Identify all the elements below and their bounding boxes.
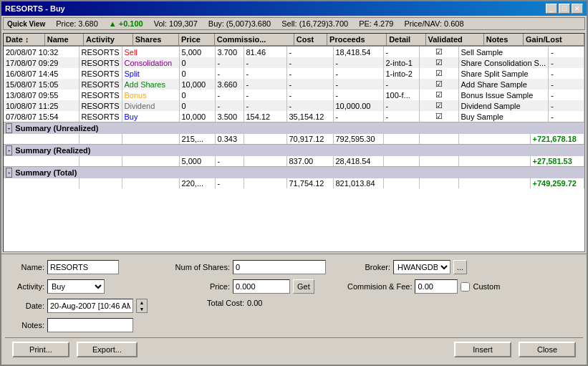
get-price-button[interactable]: Get [293,279,314,294]
maximize-button[interactable]: □ [559,4,570,14]
collapse-total-icon: - [6,168,12,178]
table-row[interactable]: 20/08/07 10:32 RESORTS Sell 5,000 3.700 … [4,47,584,57]
cell-cost: - [286,79,333,90]
cell-price: - [215,57,244,68]
cell-validated: ☑ [419,100,458,111]
broker-row: Broker: HWANGDB5 ... [347,260,500,274]
summary-realized-table: 5,000 - 837.00 28,418.54 +27,581.53 [4,156,584,166]
cell-commission: 154.12 [244,111,286,122]
summary-total-header[interactable]: - Summary (Total) [4,166,584,178]
left-actions: Print... Export... [12,342,138,357]
cell-activity: Split [122,68,179,79]
broker-label: Broker: [347,263,390,271]
date-spinner[interactable]: ▲ ▼ [136,299,148,313]
summary-unrealized-row: 215,... 0.343 70,917.12 792,595.30 +721,… [4,134,584,144]
cell-gainlost: - [549,47,584,57]
date-input[interactable] [47,299,133,313]
insert-button[interactable]: Insert [454,342,511,357]
minimize-button[interactable]: _ [546,4,557,14]
st-proceeds: 821,013.84 [333,178,383,188]
cell-activity: Dividend [122,100,179,111]
su-gainlost: +721,678.18 [530,134,584,144]
spin-up-icon[interactable]: ▲ [137,299,147,306]
cell-detail: - [383,100,419,111]
summary-unrealized-header[interactable]: - Summary (Unrealized) [4,122,584,134]
cell-commission: - [244,79,286,90]
st-gainlost: +749,259.72 [530,178,584,188]
cell-validated: ☑ [419,47,458,57]
col-notes: Notes [483,34,523,46]
window-controls: _ □ ✕ [546,4,583,14]
spin-down-icon[interactable]: ▼ [137,306,147,312]
cell-cost: - [286,57,333,68]
custom-checkbox[interactable] [461,282,470,292]
cell-commission: 81.46 [244,47,286,57]
commission-input[interactable] [415,279,458,294]
collapse-realized-icon: - [6,145,12,155]
notes-input[interactable] [47,318,133,332]
col-commission: Commissio... [214,34,294,46]
price-row: Price: Get [169,279,326,294]
table-row[interactable]: 16/08/07 14:45 RESORTS Split 0 - - - - 1… [4,68,584,79]
cell-commission: - [244,90,286,100]
cell-validated: ☑ [419,68,458,79]
export-button[interactable]: Export... [77,342,138,357]
table-row[interactable]: 07/08/07 15:54 RESORTS Buy 10,000 3.500 … [4,111,584,122]
close-window-button[interactable]: ✕ [572,4,583,14]
sell-value: (16,729)3.700 [299,19,349,28]
summary-total-label: Summary (Total) [15,168,77,177]
table-row[interactable]: 15/08/07 15:05 RESORTS Add Shares 10,000… [4,79,584,90]
table-scroll-area[interactable]: 20/08/07 10:32 RESORTS Sell 5,000 3.700 … [4,47,584,251]
summary-realized-row: 5,000 - 837.00 28,418.54 +27,581.53 [4,156,584,166]
sr-cost: 837.00 [286,156,333,166]
right-actions: Insert Close [454,342,576,357]
cell-shares: 5,000 [179,47,215,57]
summary-realized-header[interactable]: - Summary (Realized) [4,144,584,156]
col-proceeds: Proceeds [327,34,387,46]
table-row[interactable]: 10/08/07 11:25 RESORTS Dividend 0 - - - … [4,100,584,111]
cell-shares: 10,000 [179,79,215,90]
name-row: Name: [9,260,148,274]
nav-label: Price/NAV: [404,19,442,28]
activity-select[interactable]: Buy Sell Add Shares Bonus Dividend Split… [47,279,105,294]
pe-label: PE: [359,19,372,28]
date-row: Date: ▲ ▼ [9,299,148,313]
st-price: - [215,178,244,188]
cell-activity: Sell [122,47,179,57]
cell-name: RESORTS [79,111,122,122]
cell-date: 07/08/07 15:54 [4,111,79,122]
cell-cost: - [286,100,333,111]
cell-notes: Add Share Sample [458,79,549,90]
broker-select[interactable]: HWANGDB5 [393,260,450,274]
table-row[interactable]: 13/08/07 09:55 RESORTS Bonus 0 - - - - 1… [4,90,584,100]
cell-gainlost: - [549,79,584,90]
cell-gainlost: - [549,100,584,111]
transactions-table-area: Date ↕ Name Activity Shares Price Commis… [3,33,585,252]
num-shares-input[interactable] [233,260,326,274]
price-input[interactable] [233,279,290,294]
cell-gainlost: - [549,111,584,122]
sr-blank5 [383,156,419,166]
commission-row: Commision & Fee: Custom [347,279,500,294]
main-window: RESORTS - Buy _ □ ✕ Quick View Price: 3.… [0,0,588,366]
name-input[interactable] [47,260,119,274]
change-value: +0.100 [119,19,143,28]
sr-blank2 [79,156,122,166]
table-row[interactable]: 17/08/07 09:29 RESORTS Consolidation 0 -… [4,57,584,68]
volume-display: Vol: 109,307 [154,19,198,28]
close-button[interactable]: Close [519,342,576,357]
broker-browse-button[interactable]: ... [453,260,467,274]
col-date: Date ↕ [4,34,44,46]
cell-cost: - [286,90,333,100]
col-gainlost: Gain/Lost [524,34,584,46]
cell-notes: Share Consolidation S... [458,57,549,68]
total-cost-row: Total Cost: 0.00 [169,299,326,307]
cell-date: 15/08/07 15:05 [4,79,79,90]
print-button[interactable]: Print... [12,342,69,357]
cell-activity: Buy [122,111,179,122]
sr-shares: 5,000 [179,156,215,166]
su-blank3 [122,134,179,144]
price-form-label: Price: [169,282,230,291]
cell-validated: ☑ [419,90,458,100]
action-bar: Print... Export... Insert Close [5,337,583,361]
